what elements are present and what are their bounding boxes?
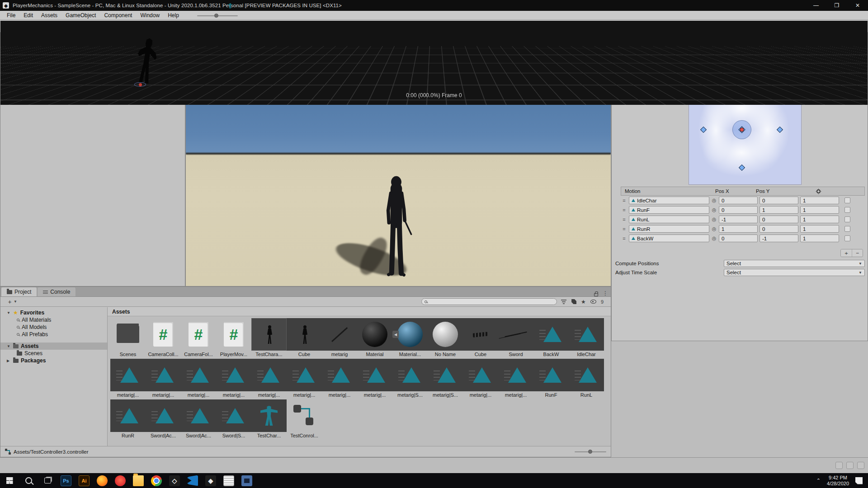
asset-tile[interactable]: Material xyxy=(357,318,392,357)
hidden-packages-eye-icon[interactable] xyxy=(590,300,596,304)
tab-project[interactable]: Project xyxy=(1,287,37,296)
blend-space-point[interactable] xyxy=(777,127,783,133)
tray-expand-chevron[interactable]: ⌃ xyxy=(816,478,821,483)
asset-tile[interactable]: metarig|... xyxy=(146,359,181,398)
blend-space-point[interactable] xyxy=(738,164,745,170)
thumbnail-size-thumb[interactable] xyxy=(588,450,592,454)
packages-root-row[interactable]: ▶Packages xyxy=(0,357,107,364)
taskbar-app-icon[interactable]: ◇ xyxy=(165,473,184,488)
asset-tile[interactable]: TestChara... xyxy=(251,318,287,357)
close-button[interactable]: ✕ xyxy=(847,0,868,11)
motion-clip-field[interactable]: RunL xyxy=(629,216,709,223)
project-search-input[interactable] xyxy=(421,298,557,305)
mirror-checkbox[interactable] xyxy=(844,207,850,213)
taskbar-app-icon[interactable] xyxy=(93,473,111,488)
favorite-item[interactable]: All Prefabs xyxy=(0,331,107,338)
asset-tile[interactable]: metarig|... xyxy=(181,359,216,398)
menu-item[interactable]: GameObject xyxy=(61,11,100,19)
menu-item[interactable]: Edit xyxy=(19,11,37,19)
asset-tile[interactable]: metarig|... xyxy=(357,359,392,398)
menu-item[interactable]: Assets xyxy=(37,11,61,19)
taskbar-app-icon[interactable] xyxy=(220,473,238,488)
speed-input[interactable]: 1 xyxy=(800,197,839,204)
notification-center-icon[interactable] xyxy=(855,477,863,484)
asset-tile[interactable]: PlayerMov... xyxy=(216,318,251,357)
taskbar-clock[interactable]: 9:42 PM 4/28/2020 xyxy=(827,475,849,487)
asset-tile[interactable]: metarig|... xyxy=(287,359,322,398)
status-icon[interactable] xyxy=(846,462,854,469)
asset-tile[interactable]: metarig|... xyxy=(463,359,498,398)
preview-speed-slider[interactable] xyxy=(197,15,238,16)
asset-tile[interactable]: BackW xyxy=(533,318,569,357)
search-by-label-icon[interactable] xyxy=(571,299,576,304)
search-by-type-icon[interactable] xyxy=(561,299,567,305)
asset-tile[interactable]: CameraFol... xyxy=(181,318,216,357)
pos-y-input[interactable]: 0 xyxy=(760,225,798,233)
speed-input[interactable]: 1 xyxy=(800,235,839,242)
minimize-button[interactable]: — xyxy=(806,0,826,11)
asset-tile[interactable]: Sword|Ac... xyxy=(181,399,216,438)
taskbar-search-button[interactable] xyxy=(19,473,38,488)
speed-input[interactable]: 1 xyxy=(800,206,839,214)
preview-3d-view[interactable]: 0:00 (000.0%) Frame 0 xyxy=(0,21,868,105)
favorite-item[interactable]: All Models xyxy=(0,324,107,331)
asset-tile[interactable]: Scenes xyxy=(110,318,146,357)
pos-x-input[interactable]: -1 xyxy=(719,216,758,223)
maximize-button[interactable]: ❐ xyxy=(826,0,847,11)
status-icon[interactable] xyxy=(835,462,843,469)
pos-x-input[interactable]: 1 xyxy=(719,225,758,233)
speed-input[interactable]: 1 xyxy=(800,225,839,233)
taskbar-app-icon[interactable] xyxy=(129,473,147,488)
menu-item[interactable]: Help xyxy=(164,11,183,19)
mirror-checkbox[interactable] xyxy=(844,216,850,222)
asset-tile[interactable]: RunL xyxy=(569,359,604,398)
menu-item[interactable]: Window xyxy=(136,11,164,19)
asset-tile[interactable]: RunR xyxy=(110,399,146,438)
foldout-arrow-icon[interactable]: ▶ xyxy=(7,359,11,363)
foldout-arrow-icon[interactable]: ▼ xyxy=(7,311,11,315)
adjust-time-scale-dropdown[interactable]: Select▼ xyxy=(724,269,865,276)
drag-handle[interactable]: = xyxy=(621,217,627,222)
favorites-row[interactable]: ▼★Favorites xyxy=(0,309,107,316)
lock-icon[interactable] xyxy=(594,293,598,296)
asset-tile[interactable]: metarig|... xyxy=(110,359,146,398)
pos-x-input[interactable]: 0 xyxy=(719,197,758,204)
asset-tile[interactable]: metarig|S... xyxy=(392,359,428,398)
tab-console[interactable]: Console xyxy=(38,287,75,296)
drag-handle[interactable]: = xyxy=(621,236,627,241)
mirror-checkbox[interactable] xyxy=(844,226,850,232)
object-picker-icon[interactable]: ◎ xyxy=(711,197,717,203)
asset-tile[interactable]: Sword|Ac... xyxy=(146,399,181,438)
compute-positions-dropdown[interactable]: Select▼ xyxy=(724,260,865,267)
drag-handle[interactable]: = xyxy=(621,226,627,232)
object-picker-icon[interactable]: ◎ xyxy=(711,226,717,232)
asset-tile[interactable]: Sword xyxy=(498,318,533,357)
progress-icon[interactable] xyxy=(857,462,864,469)
preview-speed-thumb[interactable] xyxy=(214,14,218,18)
taskbar-app-icon[interactable] xyxy=(147,473,165,488)
asset-tile[interactable]: CameraColl... xyxy=(146,318,181,357)
create-asset-button[interactable]: ＋▼ xyxy=(4,298,20,306)
asset-tile[interactable]: metarig xyxy=(322,318,357,357)
blend-space-point[interactable] xyxy=(700,127,707,133)
menu-item[interactable]: Component xyxy=(100,11,136,19)
asset-tile[interactable]: TestConrol... xyxy=(287,399,322,438)
pos-y-input[interactable]: 0 xyxy=(760,216,798,223)
motion-clip-field[interactable]: RunF xyxy=(629,206,709,214)
start-button[interactable] xyxy=(0,473,19,488)
taskbar-app-icon[interactable]: ◆ xyxy=(202,473,220,488)
pos-y-input[interactable]: 0 xyxy=(760,197,798,204)
taskbar-app-icon[interactable]: Ps xyxy=(57,473,75,488)
favorite-item[interactable]: All Materials xyxy=(0,316,107,324)
menu-item[interactable]: File xyxy=(3,11,19,19)
taskbar-app-icon[interactable] xyxy=(238,473,256,488)
asset-tile[interactable]: metarig|S... xyxy=(428,359,463,398)
assets-root-row[interactable]: ▼Assets xyxy=(0,343,107,350)
assets-child-row[interactable]: Scenes xyxy=(0,350,107,357)
mirror-checkbox[interactable] xyxy=(844,197,850,203)
motion-clip-field[interactable]: BackW xyxy=(629,235,709,242)
asset-tile[interactable]: TestChar... xyxy=(251,399,287,438)
pos-x-input[interactable]: 0 xyxy=(719,235,758,242)
asset-tile[interactable]: Sword|S... xyxy=(216,399,251,438)
motion-clip-field[interactable]: RunR xyxy=(629,225,709,233)
